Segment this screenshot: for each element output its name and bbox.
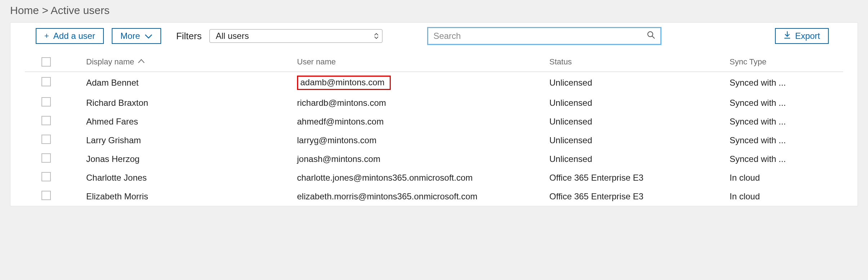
cell-sync-type: Synced with ... [730, 78, 843, 88]
cell-display-name: Larry Grisham [86, 135, 297, 145]
svg-point-0 [648, 32, 653, 37]
table-row[interactable]: Ahmed Faresahmedf@mintons.comUnlicensedS… [25, 112, 843, 131]
cell-display-name: Adam Bennet [86, 78, 297, 88]
toolbar: + Add a user More Filters All users [10, 23, 858, 49]
cell-status: Office 365 Enterprise E3 [549, 173, 730, 183]
row-checkbox[interactable] [41, 116, 51, 125]
cell-user-name: richardb@mintons.com [297, 98, 549, 108]
select-all-checkbox[interactable] [41, 57, 51, 67]
header-status-label: Status [549, 57, 572, 67]
export-button[interactable]: Export [775, 28, 829, 44]
cell-status: Unlicensed [549, 78, 730, 88]
row-checkbox-cell [25, 172, 86, 184]
filter-selected-value: All users [216, 31, 249, 41]
header-user-name-label: User name [297, 57, 336, 67]
breadcrumb-home[interactable]: Home [10, 4, 39, 16]
breadcrumb-current: Active users [51, 4, 110, 16]
table-body: Adam Bennetadamb@mintons.comUnlicensedSy… [25, 72, 843, 206]
table-row[interactable]: Jonas Herzogjonash@mintons.comUnlicensed… [25, 150, 843, 168]
filter-select[interactable]: All users [209, 29, 382, 43]
breadcrumb-sep: > [42, 4, 48, 16]
search-box[interactable] [427, 27, 661, 45]
cell-user-name: jonash@mintons.com [297, 154, 549, 164]
more-button[interactable]: More [112, 28, 161, 44]
header-display-name[interactable]: Display name [86, 57, 297, 67]
cell-status: Unlicensed [549, 117, 730, 127]
cell-display-name: Charlotte Jones [86, 173, 297, 183]
cell-status: Unlicensed [549, 98, 730, 108]
header-sync-type[interactable]: Sync Type [730, 57, 843, 67]
table-row[interactable]: Adam Bennetadamb@mintons.comUnlicensedSy… [25, 72, 843, 94]
download-icon [784, 31, 791, 41]
row-checkbox[interactable] [41, 172, 51, 181]
highlight-box: adamb@mintons.com [297, 76, 391, 90]
cell-display-name: Richard Braxton [86, 98, 297, 108]
search-icon[interactable] [642, 31, 660, 41]
cell-user-name: adamb@mintons.com [297, 76, 549, 90]
cell-status: Unlicensed [549, 135, 730, 145]
plus-icon: + [44, 32, 49, 40]
cell-user-name: larryg@mintons.com [297, 135, 549, 145]
row-checkbox[interactable] [41, 191, 51, 200]
cell-display-name: Jonas Herzog [86, 154, 297, 164]
table-row[interactable]: Charlotte Jonescharlotte.jones@mintons36… [25, 168, 843, 187]
export-label: Export [795, 31, 820, 41]
row-checkbox-cell [25, 191, 86, 202]
add-user-label: Add a user [53, 31, 95, 41]
row-checkbox-cell [25, 77, 86, 89]
header-status[interactable]: Status [549, 57, 730, 67]
users-table: Display name User name Status Sync Type … [10, 49, 858, 206]
row-checkbox-cell [25, 135, 86, 146]
svg-line-1 [652, 36, 655, 39]
search-input[interactable] [428, 28, 642, 44]
row-checkbox[interactable] [41, 97, 51, 107]
header-sync-type-label: Sync Type [730, 57, 766, 67]
header-user-name[interactable]: User name [297, 57, 549, 67]
table-row[interactable]: Richard Braxtonrichardb@mintons.comUnlic… [25, 94, 843, 112]
cell-sync-type: Synced with ... [730, 154, 843, 164]
cell-sync-type: In cloud [730, 191, 843, 202]
cell-sync-type: Synced with ... [730, 135, 843, 145]
header-display-name-label: Display name [86, 57, 134, 67]
table-row[interactable]: Elizabeth Morriselizabeth.morris@mintons… [25, 187, 843, 206]
row-checkbox-cell [25, 153, 86, 165]
breadcrumb: Home > Active users [0, 0, 868, 22]
row-checkbox-cell [25, 97, 86, 109]
filter-select-wrap: All users [209, 29, 382, 43]
cell-user-name: elizabeth.morris@mintons365.onmicrosoft.… [297, 191, 549, 202]
cell-sync-type: Synced with ... [730, 117, 843, 127]
cell-display-name: Elizabeth Morris [86, 191, 297, 202]
cell-display-name: Ahmed Fares [86, 117, 297, 127]
cell-status: Office 365 Enterprise E3 [549, 191, 730, 202]
chevron-down-icon [145, 31, 152, 41]
table-header: Display name User name Status Sync Type [25, 49, 843, 72]
add-user-button[interactable]: + Add a user [36, 28, 104, 44]
cell-user-name: charlotte.jones@mintons365.onmicrosoft.c… [297, 173, 549, 183]
row-checkbox[interactable] [41, 135, 51, 144]
cell-status: Unlicensed [549, 154, 730, 164]
updown-caret-icon [374, 33, 378, 39]
cell-sync-type: Synced with ... [730, 98, 843, 108]
table-row[interactable]: Larry Grishamlarryg@mintons.comUnlicense… [25, 131, 843, 150]
cell-user-name: ahmedf@mintons.com [297, 117, 549, 127]
sort-asc-icon [138, 57, 145, 67]
header-checkbox-cell [25, 57, 86, 67]
row-checkbox-cell [25, 116, 86, 127]
content-card: + Add a user More Filters All users [10, 22, 858, 206]
filters-label: Filters [176, 31, 202, 42]
cell-sync-type: In cloud [730, 173, 843, 183]
more-label: More [120, 31, 140, 41]
row-checkbox[interactable] [41, 77, 51, 86]
row-checkbox[interactable] [41, 153, 51, 163]
